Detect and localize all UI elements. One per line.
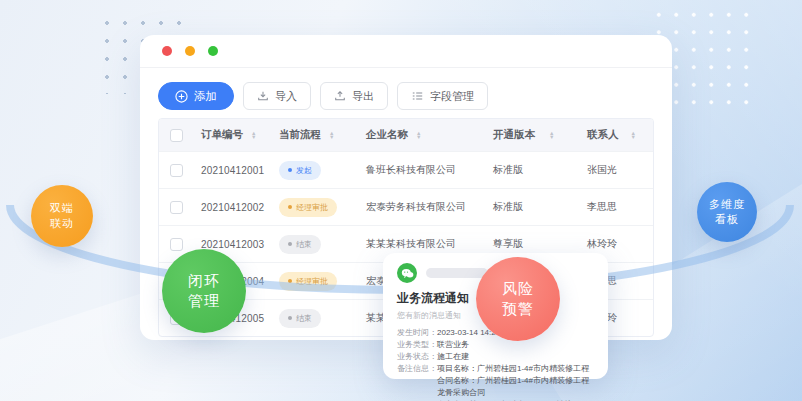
- company-cell: 某某某科技有限公司: [358, 237, 485, 251]
- plus-circle-icon: [175, 90, 188, 103]
- row-checkbox[interactable]: [170, 164, 183, 177]
- stage-dot-icon: [288, 242, 292, 246]
- export-button[interactable]: 导出: [320, 82, 388, 110]
- stage-dot-icon: [288, 205, 292, 209]
- sort-icon[interactable]: ▲▼: [329, 131, 334, 140]
- sort-icon[interactable]: ▲▼: [549, 131, 554, 140]
- order-cell: 20210412003: [193, 239, 271, 250]
- table-row: 20210412001 发起 鲁班长科技有限公司 标准版 张国光: [159, 151, 653, 188]
- badge-risk-warning: 风险 预警: [476, 257, 560, 341]
- badge-dual-end-linkage: 双端 联动: [31, 185, 93, 247]
- contact-cell: 张国光: [579, 163, 654, 177]
- company-cell: 宏泰劳务科技有限公司: [358, 200, 485, 214]
- stage-badge: 经理审批: [279, 272, 337, 291]
- sender-placeholder: [426, 268, 488, 278]
- toolbar: 添加 导入 导出 字段管理: [140, 68, 672, 110]
- order-cell: 20210412002: [193, 202, 271, 213]
- import-button-label: 导入: [275, 89, 297, 104]
- row-checkbox[interactable]: [170, 201, 183, 214]
- stage-badge: 发起: [279, 161, 321, 180]
- header-current-flow[interactable]: 当前流程▲▼: [271, 128, 358, 142]
- select-all-checkbox[interactable]: [170, 129, 183, 142]
- notification-field-type: 业务类型： 联营业务: [397, 339, 594, 351]
- sort-icon[interactable]: ▲▼: [416, 131, 421, 140]
- stage-dot-icon: [288, 316, 292, 320]
- badge-multi-dimension-dashboard: 多维度 看板: [697, 182, 757, 242]
- sort-icon[interactable]: ▲▼: [631, 131, 636, 140]
- stage-dot-icon: [288, 279, 292, 283]
- field-management-button-label: 字段管理: [430, 89, 474, 104]
- export-icon: [334, 90, 346, 102]
- field-list-icon: [411, 90, 424, 102]
- badge-closed-loop-management: 闭环 管理: [162, 249, 246, 333]
- header-company-name[interactable]: 企业名称▲▼: [358, 128, 485, 142]
- import-button[interactable]: 导入: [243, 82, 311, 110]
- window-minimize-dot[interactable]: [185, 46, 195, 56]
- contact-cell: 李思思: [579, 200, 654, 214]
- stage-badge: 经理审批: [279, 198, 337, 217]
- version-cell: 标准版: [485, 200, 579, 214]
- table-row: 20210412002 经理审批 宏泰劳务科技有限公司 标准版 李思思: [159, 188, 653, 225]
- add-button[interactable]: 添加: [158, 82, 234, 110]
- row-checkbox[interactable]: [170, 238, 183, 251]
- field-management-button[interactable]: 字段管理: [397, 82, 488, 110]
- sort-icon[interactable]: ▲▼: [251, 131, 256, 140]
- table-header-row: 订单编号▲▼ 当前流程▲▼ 企业名称▲▼ 开通版本▲▼ 联系人▲▼: [159, 119, 653, 151]
- stage-badge: 结束: [279, 309, 321, 328]
- header-version[interactable]: 开通版本▲▼: [485, 128, 579, 142]
- window-maximize-dot[interactable]: [208, 46, 218, 56]
- add-button-label: 添加: [194, 89, 217, 104]
- window-close-dot[interactable]: [162, 46, 172, 56]
- notification-field-remark: 备注信息： 项目名称：广州碧桂园1-4#市内精装修工程 合同名称：广州碧桂园1-…: [397, 363, 594, 401]
- version-cell: 标准版: [485, 163, 579, 177]
- order-cell: 20210412001: [193, 165, 271, 176]
- contact-cell: 林玲玲: [579, 237, 654, 251]
- company-cell: 鲁班长科技有限公司: [358, 163, 485, 177]
- version-cell: 尊享版: [485, 237, 579, 251]
- header-contact[interactable]: 联系人▲▼: [579, 128, 654, 142]
- stage-badge: 结束: [279, 235, 321, 254]
- window-titlebar: [140, 35, 672, 68]
- stage-dot-icon: [288, 168, 292, 172]
- import-icon: [257, 90, 269, 102]
- wechat-icon: [397, 263, 417, 283]
- header-order-number[interactable]: 订单编号▲▼: [193, 128, 271, 142]
- export-button-label: 导出: [352, 89, 374, 104]
- notification-field-status: 业务状态： 施工在建: [397, 351, 594, 363]
